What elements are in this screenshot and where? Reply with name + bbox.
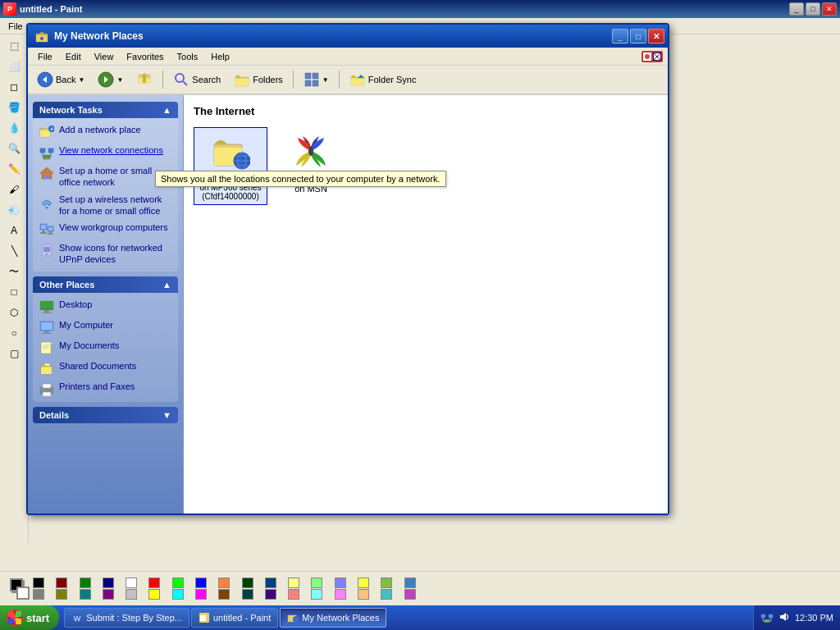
tool-airbrush[interactable]: 💨 (4, 200, 24, 220)
tool-brush[interactable]: 🖌 (4, 180, 24, 199)
up-button[interactable] (130, 69, 158, 90)
tool-polygon[interactable]: ⬡ (4, 303, 24, 322)
tool-ellipse[interactable]: ○ (4, 323, 24, 343)
taskbar-item-1[interactable]: untitled - Paint (191, 608, 278, 628)
views-dropdown-icon[interactable]: ▼ (322, 76, 329, 84)
color-cell[interactable] (80, 589, 91, 600)
paint-menu-file[interactable]: File (3, 20, 28, 33)
color-cell[interactable] (404, 578, 416, 588)
tool-freeselect[interactable]: ⬚ (4, 36, 24, 56)
color-cell[interactable] (126, 578, 137, 588)
tool-curve[interactable]: 〜 (4, 262, 24, 281)
sidebar-my-computer[interactable]: My Computer (34, 317, 176, 337)
netplaces-menu-view[interactable]: View (88, 50, 121, 63)
foldersync-button[interactable]: Folder Sync (344, 69, 422, 90)
color-cell[interactable] (288, 589, 299, 600)
netplaces-window: My Network Places _ □ ✕ File Edit View F… (26, 23, 669, 515)
color-cell[interactable] (381, 578, 392, 588)
color-cell[interactable] (404, 589, 416, 600)
color-cell[interactable] (56, 578, 67, 588)
color-cell[interactable] (218, 578, 230, 588)
tool-pencil[interactable]: ✏️ (4, 159, 24, 179)
tool-roundrect[interactable]: ▢ (4, 344, 24, 363)
details-header[interactable]: Details ▼ (33, 407, 178, 423)
paint-close-btn[interactable]: ✕ (822, 2, 837, 16)
netplaces-menu-file[interactable]: File (31, 50, 59, 63)
back-dropdown-icon[interactable]: ▼ (78, 76, 84, 84)
netplaces-maximize-btn[interactable]: □ (630, 29, 646, 43)
color-cell[interactable] (80, 578, 91, 588)
tool-rectselect[interactable]: ⬜ (4, 57, 24, 76)
sidebar-wireless-network[interactable]: Set up a wireless network for a home or … (34, 191, 176, 220)
sidebar-my-documents[interactable]: My Documents (34, 337, 176, 358)
color-cell[interactable] (195, 589, 207, 600)
folders-label: Folders (253, 75, 283, 84)
tool-magnify[interactable]: 🔍 (4, 139, 24, 158)
tool-text[interactable]: A (4, 221, 24, 240)
network-tasks-label: Network Tasks (39, 105, 103, 115)
color-cell[interactable] (265, 589, 276, 600)
other-places-header[interactable]: Other Places ▲ (33, 276, 178, 293)
color-cell[interactable] (103, 578, 114, 588)
netplaces-title: My Network Places (54, 30, 144, 42)
sidebar-shared-documents[interactable]: Shared Documents (34, 358, 176, 378)
views-button[interactable]: ▼ (298, 69, 335, 90)
color-cell[interactable] (56, 589, 67, 600)
netplaces-menu-edit[interactable]: Edit (59, 50, 88, 63)
taskbar-item-2[interactable]: My Network Places (280, 608, 386, 628)
taskbar-item-0[interactable]: W Submit : Step By Step... (64, 608, 189, 628)
canon-memory-item[interactable]: canon_memory on MP560 series (Cfdf140000… (194, 127, 267, 205)
msn-websiteitem[interactable]: My Web Sites on MSN (274, 127, 348, 205)
color-cell[interactable] (33, 589, 44, 600)
color-cell[interactable] (242, 578, 253, 588)
tool-fill[interactable]: 🪣 (4, 98, 24, 117)
color-cell[interactable] (311, 589, 322, 600)
color-cell[interactable] (358, 578, 369, 588)
sidebar-add-network-place[interactable]: + Add a network place (34, 121, 176, 142)
tool-rect[interactable]: □ (4, 282, 24, 302)
color-cell[interactable] (335, 589, 346, 600)
svg-point-2 (40, 37, 43, 40)
back-button[interactable]: Back ▼ (31, 69, 90, 90)
color-cell[interactable] (311, 578, 322, 588)
sidebar-printers-faxes[interactable]: Printers and Faxes (34, 378, 176, 399)
paint-maximize-btn[interactable]: □ (806, 2, 820, 16)
tool-eraser[interactable]: ◻ (4, 77, 24, 97)
color-cell[interactable] (242, 589, 253, 600)
background-color[interactable] (16, 587, 30, 600)
start-button[interactable]: start (0, 605, 59, 630)
sidebar-workgroup-computers[interactable]: View workgroup computers (34, 219, 176, 240)
color-cell[interactable] (358, 589, 369, 600)
color-cell[interactable] (195, 578, 207, 588)
color-cell[interactable] (103, 589, 114, 600)
color-cell[interactable] (218, 589, 230, 600)
paint-minimize-btn[interactable]: _ (789, 2, 804, 16)
folders-button[interactable]: Folders (228, 69, 289, 90)
sidebar-upnp-devices[interactable]: Show icons for networked UPnP devices (34, 240, 176, 268)
netplaces-close-btn[interactable]: ✕ (648, 29, 664, 43)
tool-line[interactable]: ╲ (4, 241, 24, 261)
netplaces-menu-favorites[interactable]: Favorites (120, 50, 170, 63)
search-button[interactable]: Search (167, 69, 226, 90)
color-cell[interactable] (172, 589, 184, 600)
tool-colorpick[interactable]: 💧 (4, 118, 24, 138)
color-cell[interactable] (148, 589, 160, 600)
netplaces-menu-tools[interactable]: Tools (171, 50, 205, 63)
color-cell[interactable] (335, 578, 346, 588)
netplaces-minimize-btn[interactable]: _ (612, 29, 628, 43)
color-cell[interactable] (33, 578, 44, 588)
sidebar-desktop[interactable]: Desktop (34, 296, 176, 317)
my-computer-icon (39, 320, 54, 335)
forward-dropdown-icon[interactable]: ▼ (116, 76, 123, 84)
color-cell[interactable] (148, 578, 160, 588)
sidebar-view-connections[interactable]: View network connections (34, 142, 176, 162)
color-cell[interactable] (288, 578, 299, 588)
color-cell[interactable] (265, 578, 276, 588)
netplaces-menu-help[interactable]: Help (204, 50, 236, 63)
color-cell[interactable] (172, 578, 184, 588)
forward-button[interactable]: ▼ (92, 69, 129, 90)
color-cell[interactable] (126, 589, 137, 600)
network-tasks-header[interactable]: Network Tasks ▲ (33, 102, 178, 118)
color-cell[interactable] (381, 589, 392, 600)
paint-title: untitled - Paint (20, 4, 82, 14)
